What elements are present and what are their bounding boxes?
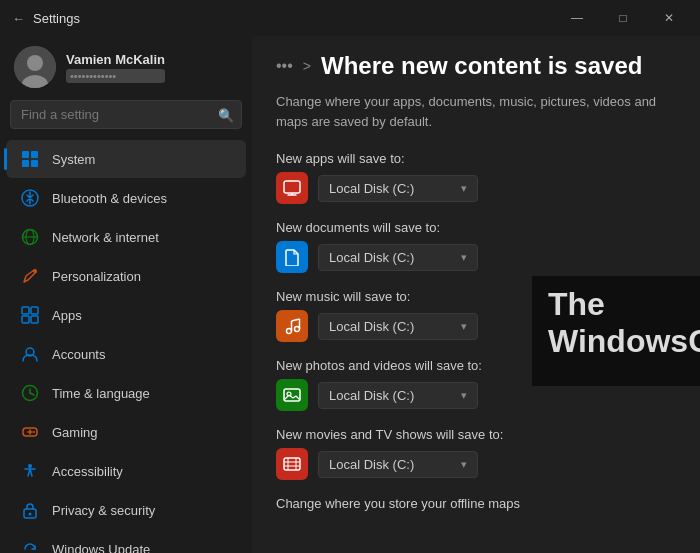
sidebar-item-accessibility-label: Accessibility: [52, 464, 123, 479]
sidebar-item-system[interactable]: System: [6, 140, 246, 178]
photos-section-icon: [276, 379, 308, 411]
privacy-icon: [20, 500, 40, 520]
photos-label: New photos and videos will save to:: [276, 358, 676, 373]
sidebar: Vamien McKalin •••••••••••• 🔍 System Blu…: [0, 36, 252, 553]
svg-rect-6: [31, 160, 38, 167]
sidebar-item-bluetooth-label: Bluetooth & devices: [52, 191, 167, 206]
svg-rect-3: [22, 151, 29, 158]
svg-rect-13: [31, 307, 38, 314]
content-area: The WindowsClub wsxdn.com ••• > Where ne…: [252, 36, 700, 553]
photos-dropdown-value: Local Disk (C:): [329, 388, 414, 403]
app-title: Settings: [33, 11, 80, 26]
svg-rect-38: [284, 458, 300, 470]
documents-dropdown-arrow: ▾: [461, 251, 467, 264]
apps-section-icon: [276, 172, 308, 204]
svg-rect-12: [22, 307, 29, 314]
search-input[interactable]: [10, 100, 242, 129]
avatar[interactable]: [14, 46, 56, 88]
section-documents: New documents will save to: Local Disk (…: [276, 220, 676, 273]
movies-dropdown[interactable]: Local Disk (C:) ▾: [318, 451, 478, 478]
svg-line-19: [30, 393, 34, 395]
sidebar-item-apps-label: Apps: [52, 308, 82, 323]
page-title: Where new content is saved: [321, 52, 642, 80]
window-controls: — □ ✕: [554, 2, 692, 34]
maps-label: Change where you store your offline maps: [276, 496, 676, 511]
svg-rect-28: [284, 181, 300, 193]
search-box: 🔍: [10, 100, 242, 129]
photos-dropdown[interactable]: Local Disk (C:) ▾: [318, 382, 478, 409]
content-header: ••• > Where new content is saved: [252, 36, 700, 92]
sidebar-item-time[interactable]: Time & language: [6, 374, 246, 412]
movies-row: Local Disk (C:) ▾: [276, 448, 676, 480]
svg-rect-4: [31, 151, 38, 158]
section-photos: New photos and videos will save to: Loca…: [276, 358, 676, 411]
app-body: Vamien McKalin •••••••••••• 🔍 System Blu…: [0, 36, 700, 553]
svg-rect-36: [284, 389, 300, 401]
sidebar-item-accessibility[interactable]: Accessibility: [6, 452, 246, 490]
documents-dropdown[interactable]: Local Disk (C:) ▾: [318, 244, 478, 271]
apps-icon: [20, 305, 40, 325]
svg-line-35: [292, 319, 300, 321]
movies-dropdown-arrow: ▾: [461, 458, 467, 471]
gaming-icon: [20, 422, 40, 442]
movies-dropdown-value: Local Disk (C:): [329, 457, 414, 472]
documents-section-icon: [276, 241, 308, 273]
sidebar-item-gaming[interactable]: Gaming: [6, 413, 246, 451]
music-row: Local Disk (C:) ▾: [276, 310, 676, 342]
user-email: ••••••••••••: [66, 69, 165, 83]
accounts-icon: [20, 344, 40, 364]
music-dropdown[interactable]: Local Disk (C:) ▾: [318, 313, 478, 340]
sidebar-item-apps[interactable]: Apps: [6, 296, 246, 334]
sidebar-item-system-label: System: [52, 152, 95, 167]
sidebar-item-personalization-label: Personalization: [52, 269, 141, 284]
svg-rect-14: [22, 316, 29, 323]
music-dropdown-value: Local Disk (C:): [329, 319, 414, 334]
photos-dropdown-arrow: ▾: [461, 389, 467, 402]
bluetooth-icon: [20, 188, 40, 208]
titlebar: ← Settings — □ ✕: [0, 0, 700, 36]
svg-point-24: [28, 464, 32, 468]
sidebar-item-privacy-label: Privacy & security: [52, 503, 155, 518]
sidebar-item-accounts[interactable]: Accounts: [6, 335, 246, 373]
accessibility-icon: [20, 461, 40, 481]
documents-dropdown-value: Local Disk (C:): [329, 250, 414, 265]
sidebar-item-update-label: Windows Update: [52, 542, 150, 554]
movies-section-icon: [276, 448, 308, 480]
sidebar-item-gaming-label: Gaming: [52, 425, 98, 440]
minimize-button[interactable]: —: [554, 2, 600, 34]
personalization-icon: [20, 266, 40, 286]
breadcrumb-arrow: >: [303, 58, 311, 74]
sidebar-item-bluetooth[interactable]: Bluetooth & devices: [6, 179, 246, 217]
sidebar-item-accounts-label: Accounts: [52, 347, 105, 362]
sidebar-item-network[interactable]: Network & internet: [6, 218, 246, 256]
sidebar-item-privacy[interactable]: Privacy & security: [6, 491, 246, 529]
documents-label: New documents will save to:: [276, 220, 676, 235]
titlebar-left: ← Settings: [12, 11, 80, 26]
music-section-icon: [276, 310, 308, 342]
time-icon: [20, 383, 40, 403]
user-name: Vamien McKalin: [66, 52, 165, 67]
sidebar-item-personalization[interactable]: Personalization: [6, 257, 246, 295]
system-icon: [20, 149, 40, 169]
apps-dropdown-arrow: ▾: [461, 182, 467, 195]
apps-dropdown[interactable]: Local Disk (C:) ▾: [318, 175, 478, 202]
svg-rect-15: [31, 316, 38, 323]
svg-point-1: [27, 55, 43, 71]
sidebar-item-update[interactable]: Windows Update: [6, 530, 246, 553]
close-button[interactable]: ✕: [646, 2, 692, 34]
apps-row: Local Disk (C:) ▾: [276, 172, 676, 204]
breadcrumb-dots[interactable]: •••: [276, 57, 293, 75]
back-button[interactable]: ←: [12, 11, 25, 26]
content-body: Change where your apps, documents, music…: [252, 92, 700, 551]
section-maps: Change where you store your offline maps: [276, 496, 676, 511]
photos-row: Local Disk (C:) ▾: [276, 379, 676, 411]
description: Change where your apps, documents, music…: [276, 92, 676, 131]
update-icon: [20, 539, 40, 553]
network-icon: [20, 227, 40, 247]
user-section: Vamien McKalin ••••••••••••: [0, 36, 252, 100]
maximize-button[interactable]: □: [600, 2, 646, 34]
svg-point-11: [33, 269, 37, 273]
music-label: New music will save to:: [276, 289, 676, 304]
nav-list: System Bluetooth & devices Network & int…: [0, 139, 252, 553]
documents-row: Local Disk (C:) ▾: [276, 241, 676, 273]
